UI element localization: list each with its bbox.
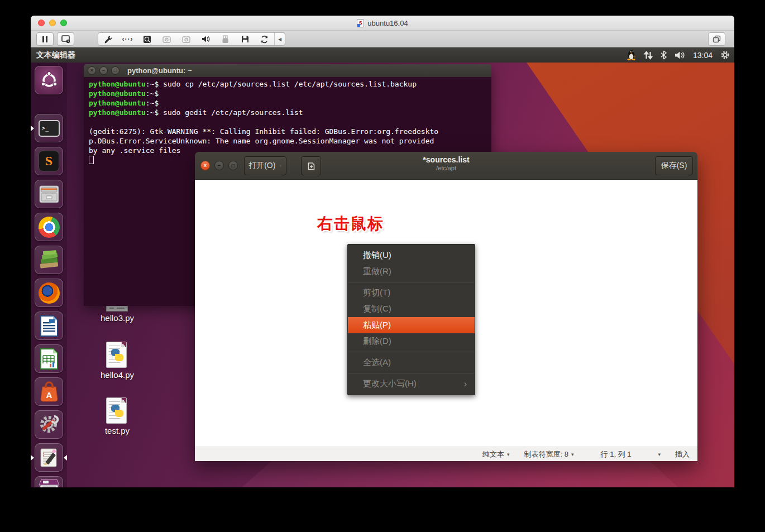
calc-icon <box>40 348 59 370</box>
launcher-item-chrome[interactable] <box>35 213 63 241</box>
cd-icon <box>182 36 190 43</box>
launcher-item-text-editor[interactable] <box>35 443 63 472</box>
submenu-arrow-icon: › <box>464 379 467 389</box>
launcher-item-libreoffice-writer[interactable] <box>35 311 63 340</box>
menu-item-paste[interactable]: 粘贴(P) <box>348 317 475 333</box>
new-document-icon <box>307 162 315 170</box>
menu-item-change-case[interactable]: 更改大小写(H) › <box>348 376 475 392</box>
chrome-icon <box>39 217 60 238</box>
vm-toolbar: ‹··› <box>31 31 734 47</box>
vm-title-text: ubuntu16.04 <box>367 19 408 27</box>
gedit-headerbar[interactable]: × − □ 打开(O) ▾ *sources.list /etc/apt <box>195 152 697 180</box>
desktop-file-label[interactable]: hello4.py <box>84 370 151 380</box>
usb-button[interactable] <box>216 33 235 45</box>
mac-titlebar: S ubuntu16.04 <box>31 16 734 31</box>
save-button[interactable]: 保存(S) <box>655 156 693 175</box>
configure-button[interactable] <box>98 33 118 45</box>
focused-indicator-right <box>64 455 67 461</box>
network-icon: ‹··› <box>122 35 133 43</box>
launcher-item-libreoffice-calc[interactable] <box>35 344 63 373</box>
launcher-item-ubuntu-software[interactable]: A <box>35 377 63 406</box>
launcher-item-file-manager[interactable] <box>35 180 63 208</box>
floppy-icon <box>241 35 249 43</box>
sync-button[interactable] <box>255 33 274 45</box>
terminal-line: p.DBus.Error.ServiceUnknown: The name or… <box>89 136 486 146</box>
terminal-close-button[interactable]: × <box>88 66 96 75</box>
tab-width-dropdown[interactable]: 制表符宽度: 8 ▾ <box>524 449 574 459</box>
menu-item-cut[interactable]: 剪切(T) <box>348 285 475 301</box>
harddisk-button[interactable] <box>137 33 157 45</box>
menu-item-select-all[interactable]: 全选(A) <box>348 354 475 371</box>
launcher-item-dash-home[interactable] <box>35 66 63 94</box>
goto-line-dropdown[interactable]: ▾ <box>658 452 661 457</box>
gedit-close-button[interactable]: × <box>200 161 210 170</box>
desktop-file-hello4-icon[interactable] <box>106 342 127 368</box>
doc-type-dropdown[interactable]: 纯文本 ▾ <box>482 449 510 459</box>
bluetooth-icon[interactable] <box>661 50 667 60</box>
desktop-file-label[interactable]: hello3.py <box>84 313 151 323</box>
gedit-statusbar: 纯文本 ▾ 制表符宽度: 8 ▾ 行 1, 列 1 ▾ 插入 <box>195 447 697 461</box>
launcher-item-sublime-text[interactable]: S <box>35 147 63 175</box>
launcher-item-firefox[interactable] <box>35 279 63 307</box>
pause-button[interactable] <box>36 32 54 46</box>
pause-icon <box>42 36 47 42</box>
new-document-button[interactable] <box>301 156 321 175</box>
terminal-line <box>89 117 486 127</box>
unity-launcher: >_ S <box>31 63 67 487</box>
terminal-titlebar[interactable]: × − □ python@ubuntu: ~ <box>84 64 491 77</box>
launcher-item-books[interactable] <box>35 246 63 274</box>
cd-button-2[interactable] <box>176 33 196 45</box>
mac-window-title: S ubuntu16.04 <box>31 16 734 31</box>
insert-mode-indicator[interactable]: 插入 <box>675 449 690 459</box>
menu-item-undo[interactable]: 撤销(U) <box>348 247 475 263</box>
desktop-file-label[interactable]: test.py <box>84 426 151 435</box>
cd-button-1[interactable] <box>157 33 176 45</box>
volume-icon[interactable] <box>675 51 685 60</box>
vm-host-window: S ubuntu16.04 ‹··› <box>31 16 734 487</box>
toolbar-collapse-button[interactable]: ◀ <box>275 37 285 42</box>
desktop-file-hello3-icon[interactable] <box>106 305 128 311</box>
usb-icon <box>222 35 229 44</box>
session-gear-icon[interactable] <box>720 50 730 60</box>
context-menu: 撤销(U) 重做(R) 剪切(T) 复制(C) 粘贴(P) 删除(D) 全选(A… <box>347 244 475 395</box>
open-button[interactable]: 打开(O) ▾ <box>244 156 286 175</box>
menu-item-delete[interactable]: 删除(D) <box>348 333 475 349</box>
gedit-maximize-button[interactable]: □ <box>228 161 238 170</box>
focused-app-name[interactable]: 文本编辑器 <box>36 50 75 60</box>
wrench-icon <box>104 35 112 44</box>
desktop-file-test-icon[interactable] <box>106 397 127 424</box>
snapshot-icon <box>61 35 70 44</box>
focused-indicator-left <box>31 455 34 461</box>
ubuntu-desktop: 文本编辑器 <box>31 47 734 487</box>
menu-item-copy[interactable]: 复制(C) <box>348 301 475 317</box>
view-mode-button[interactable] <box>708 32 725 46</box>
tux-indicator-icon[interactable] <box>627 50 636 60</box>
snapshot-button[interactable] <box>57 32 74 46</box>
terminal-line: python@ubuntu:~$ sudo cp /etc/apt/source… <box>89 79 486 89</box>
menu-item-redo[interactable]: 重做(R) <box>348 263 475 280</box>
terminal-line: python@ubuntu:~$ sudo gedit /etc/apt/sou… <box>89 108 486 117</box>
python-logo-icon <box>111 349 123 361</box>
terminal-minimize-button[interactable]: − <box>99 66 108 75</box>
launcher-item-printer[interactable] <box>35 476 63 487</box>
top-panel: 文本编辑器 <box>31 47 734 63</box>
cd-icon <box>162 36 171 43</box>
terminal-maximize-button[interactable]: □ <box>111 66 119 75</box>
clock[interactable]: 13:04 <box>693 51 713 60</box>
menu-separator <box>348 282 474 282</box>
floppy-button[interactable] <box>235 33 255 45</box>
audio-button[interactable] <box>196 33 216 45</box>
speaker-icon <box>202 35 211 43</box>
chevron-down-icon: ▾ <box>279 163 282 169</box>
terminal-cursor <box>89 156 94 164</box>
network-button[interactable]: ‹··› <box>118 33 137 45</box>
launcher-item-system-settings[interactable] <box>35 410 63 439</box>
network-arrows-icon[interactable] <box>644 51 653 60</box>
sync-icon <box>260 35 269 44</box>
svg-text:A: A <box>46 390 52 400</box>
terminal-icon: >_ <box>39 120 60 137</box>
gedit-minimize-button[interactable]: − <box>214 161 224 170</box>
python-logo-icon <box>111 405 123 417</box>
launcher-item-terminal[interactable]: >_ <box>35 114 63 142</box>
cursor-position: 行 1, 列 1 <box>601 449 632 459</box>
